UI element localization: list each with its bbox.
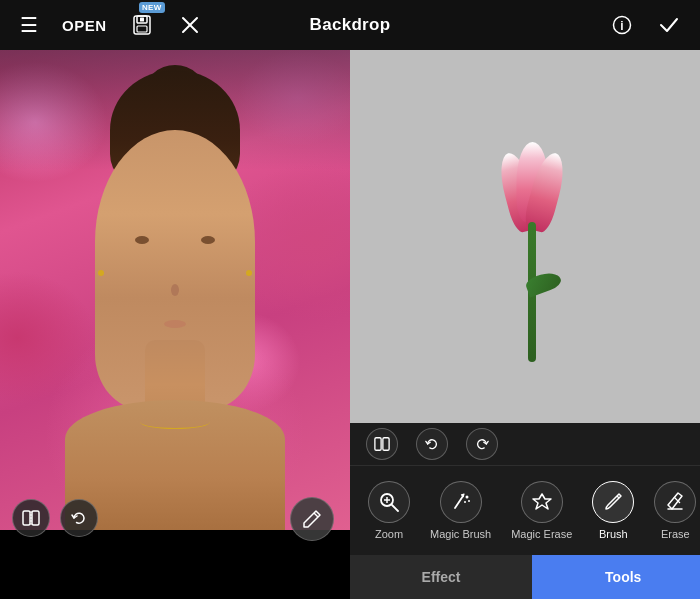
svg-rect-13 (383, 438, 389, 450)
magic-brush-label: Magic Brush (430, 528, 491, 540)
svg-rect-12 (375, 438, 381, 450)
tool-brush[interactable]: Brush (582, 475, 644, 546)
tool-zoom[interactable]: Zoom (358, 475, 420, 546)
right-undo-button[interactable] (416, 428, 448, 460)
left-panel (0, 50, 350, 599)
tool-magic-erase[interactable]: Magic Erase (501, 475, 582, 546)
svg-line-18 (455, 496, 463, 508)
svg-text:i: i (620, 19, 623, 33)
top-bar-left: ☰ OPEN NEW (16, 9, 203, 41)
tool-magic-brush[interactable]: Magic Brush (420, 475, 501, 546)
tool-bar: Zoom Magic Brush (350, 465, 700, 555)
right-controls-bar (350, 423, 700, 465)
open-button[interactable]: OPEN (62, 17, 107, 34)
new-badge: NEW (139, 2, 165, 13)
top-bar: ☰ OPEN NEW Backdrop i (0, 0, 700, 50)
brush-label: Brush (599, 528, 628, 540)
right-compare-button[interactable] (366, 428, 398, 460)
page-title: Backdrop (310, 15, 391, 35)
magic-brush-icon-circle (440, 481, 482, 523)
zoom-label: Zoom (375, 528, 403, 540)
photo-canvas[interactable] (0, 50, 350, 530)
pencil-fab-button[interactable] (290, 497, 334, 541)
svg-point-20 (468, 500, 470, 502)
brush-icon-circle (592, 481, 634, 523)
svg-rect-3 (140, 18, 144, 22)
svg-point-21 (464, 501, 466, 503)
erase-label: Erase (661, 528, 690, 540)
tool-erase[interactable]: Erase (644, 475, 700, 546)
tab-tools[interactable]: Tools (532, 555, 700, 599)
shoulder-area (65, 400, 285, 530)
close-button[interactable] (177, 12, 203, 38)
bottom-tab-bar: Effect Tools (350, 555, 700, 599)
magic-erase-label: Magic Erase (511, 528, 572, 540)
svg-line-15 (392, 505, 398, 511)
tulip-illustration (472, 142, 592, 362)
svg-rect-8 (23, 511, 30, 525)
right-panel: Zoom Magic Brush (350, 50, 700, 599)
magic-erase-icon-circle (521, 481, 563, 523)
menu-button[interactable]: ☰ (16, 9, 42, 41)
svg-marker-22 (533, 494, 551, 509)
compare-button[interactable] (12, 499, 50, 537)
svg-rect-2 (137, 26, 147, 32)
save-button[interactable]: NEW (127, 10, 157, 40)
top-bar-center: Backdrop (310, 15, 391, 35)
tab-effect[interactable]: Effect (350, 555, 532, 599)
top-bar-right: i (608, 10, 684, 40)
erase-icon-circle (654, 481, 696, 523)
svg-line-11 (314, 513, 318, 517)
left-bottom-controls (12, 499, 98, 537)
confirm-button[interactable] (654, 10, 684, 40)
right-image-canvas[interactable] (350, 50, 700, 423)
undo-button[interactable] (60, 499, 98, 537)
right-redo-button[interactable] (466, 428, 498, 460)
info-button[interactable]: i (608, 11, 636, 39)
main-content: Zoom Magic Brush (0, 50, 700, 599)
zoom-icon-circle (368, 481, 410, 523)
svg-rect-9 (32, 511, 39, 525)
svg-point-19 (465, 496, 468, 499)
